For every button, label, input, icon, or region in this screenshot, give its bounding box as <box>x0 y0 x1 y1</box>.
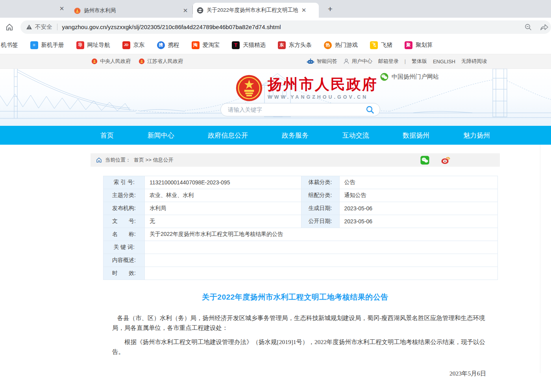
bookmark-item[interactable]: ≡新机手册 <box>30 41 64 49</box>
meta-label: 名 称: <box>104 228 145 241</box>
gov-link-label: 用户中心 <box>352 58 372 65</box>
bookmarks-bar: 机书签 ≡新机手册 导网址导航 JD京东 携携程 淘爱淘宝 T天猫精选 东东方头… <box>0 36 551 54</box>
article-paragraph: 根据《扬州市水利工程文明工地建设管理办法》（扬水规[2019]1号），2022年… <box>112 337 486 357</box>
url-text[interactable]: yangzhou.gov.cn/yzszxxgk/slj/202305/210c… <box>62 24 521 30</box>
nav-item-services[interactable]: 政务服务 <box>282 131 309 140</box>
meta-value: 11321000014407098E-2023-095 <box>144 176 301 189</box>
toutiao-icon: 东 <box>278 41 286 49</box>
tab-close-icon[interactable]: ✕ <box>300 7 307 14</box>
tab-yangzhou-water-bureau[interactable]: 扬州市水利局 ✕ <box>70 4 193 18</box>
bookmark-item[interactable]: 淘爱淘宝 <box>192 41 220 49</box>
portal-tag[interactable]: 中国扬州门户网站 <box>380 73 439 81</box>
national-emblem-favicon <box>74 7 81 14</box>
gov-link-label: 无障碍阅读 <box>461 58 487 65</box>
meta-value <box>144 241 497 254</box>
new-tab-button[interactable]: + <box>325 4 335 14</box>
site-header-banner: 扬州市人民政府 WWW.YANGZHOU.GOV.CN 中国扬州门户网站 <box>0 69 551 126</box>
nav-site-icon: 导 <box>76 41 84 49</box>
jd-icon: JD <box>122 41 130 49</box>
table-row: 关 键 词: <box>104 241 498 254</box>
share-icon[interactable] <box>540 23 549 31</box>
meta-label: 生成日期: <box>301 202 339 215</box>
browser-toolbar: 不安全 yangzhou.gov.cn/yzszxxgk/slj/202305/… <box>0 18 551 36</box>
tab-active-announcement[interactable]: 关于2022年度扬州市水利工程文明工地考核结果的公告 ✕ <box>193 3 319 18</box>
bookmark-item[interactable]: 东东方头条 <box>278 41 312 49</box>
english-link[interactable]: ENGLISH <box>433 59 455 64</box>
home-icon[interactable] <box>5 22 14 32</box>
national-emblem-icon <box>91 58 98 64</box>
article-paragraph: 各县（市、区）水利（务）局，扬州经济开发区城乡事务管理局，生态科技新城规划建设局… <box>112 313 486 333</box>
ctrip-icon: 携 <box>157 41 165 49</box>
wechat-icon <box>380 73 388 81</box>
mail-login-link[interactable]: 邮箱登录 <box>378 58 399 65</box>
bookmark-item[interactable]: 导网址导航 <box>76 41 110 49</box>
bookmark-label: 聚划算 <box>416 41 433 49</box>
bookmark-item[interactable]: 聚聚划算 <box>405 41 433 49</box>
meta-value <box>144 267 497 280</box>
tab-close-icon[interactable]: ✕ <box>58 5 65 12</box>
bookmark-item[interactable]: 机书签 <box>1 41 18 49</box>
breadcrumb: 当前位置： 首页 >> 信息公开 <box>91 153 500 167</box>
meta-label: 发布机构: <box>104 202 145 215</box>
bookmark-item[interactable]: 飞飞猪 <box>370 41 392 49</box>
breadcrumb-home-icon[interactable] <box>96 157 102 163</box>
divider: | <box>405 59 406 64</box>
search-input[interactable] <box>228 107 365 113</box>
site-favicon <box>197 7 203 14</box>
document-meta-table: 索 引 号: 11321000014407098E-2023-095 体裁分类:… <box>103 176 498 280</box>
nav-item-home[interactable]: 首页 <box>100 131 114 140</box>
nav-item-info-disclosure[interactable]: 政府信息公开 <box>208 131 248 140</box>
central-gov-link[interactable]: 中央人民政府 <box>91 58 131 65</box>
bookmark-label: 东方头条 <box>289 41 312 49</box>
meta-label: 内容概述: <box>104 254 145 267</box>
security-label: 不安全 <box>35 23 52 31</box>
table-row: 主题分类: 农业、林业、水利 组配分类: 通知公告 <box>104 189 498 202</box>
accessibility-link[interactable]: 无障碍阅读 <box>461 58 487 65</box>
table-row: 发布机构: 水利局 生成日期: 2023-05-06 <box>104 202 498 215</box>
bookmark-label: 京东 <box>133 41 145 49</box>
bookmark-label: 新机手册 <box>41 41 64 49</box>
tmall-icon: T <box>232 41 240 49</box>
nav-item-interaction[interactable]: 互动交流 <box>342 131 369 140</box>
browser-tab-bar: ✕ 扬州市水利局 ✕ 关于2022年度扬州市水利工程文明工地考核结果的公告 ✕ … <box>0 0 551 18</box>
tab-close-icon[interactable]: ✕ <box>182 7 189 14</box>
table-row: 名 称: 关于2022年度扬州市水利工程文明工地考核结果的公告 <box>104 228 498 241</box>
address-bar[interactable]: 不安全 yangzhou.gov.cn/yzszxxgk/slj/202305/… <box>20 20 551 34</box>
user-icon <box>343 58 349 64</box>
gov-link-label: 邮箱登录 <box>378 58 399 65</box>
fliggy-icon: 飞 <box>370 41 378 49</box>
bookmark-item[interactable]: T天猫精选 <box>232 41 266 49</box>
tab-title: 关于2022年度扬州市水利工程文明工地考核结果的公告 <box>207 7 298 14</box>
gov-link-label: 智能问答 <box>317 58 337 65</box>
meta-value: 水利局 <box>144 202 301 215</box>
nav-item-news[interactable]: 新闻中心 <box>148 131 174 140</box>
bookmark-item[interactable]: JD京东 <box>122 41 145 49</box>
gov-link-label: ENGLISH <box>433 59 455 64</box>
security-chip[interactable]: 不安全 <box>26 23 52 31</box>
traditional-chinese-link[interactable]: 繁体版 <box>412 58 427 65</box>
meta-value <box>144 254 497 267</box>
nav-item-data[interactable]: 数据扬州 <box>403 131 429 140</box>
meta-label: 公开日期: <box>301 215 339 228</box>
meta-label: 文 号: <box>104 215 145 228</box>
zoom-out-icon[interactable] <box>524 23 532 31</box>
meta-label: 时 效: <box>104 267 145 280</box>
wechat-share-icon[interactable] <box>420 156 429 165</box>
bookmark-label: 飞猪 <box>381 41 392 49</box>
games-icon: 热 <box>324 41 332 49</box>
site-logo[interactable]: 扬州市人民政府 WWW.YANGZHOU.GOV.CN <box>235 74 378 102</box>
bookmark-item[interactable]: 热热门游戏 <box>324 41 358 49</box>
search-icon[interactable] <box>365 105 375 114</box>
national-emblem-logo <box>235 74 263 102</box>
jiangsu-gov-link[interactable]: 江苏省人民政府 <box>139 58 183 65</box>
nav-item-charm[interactable]: 魅力扬州 <box>463 131 490 140</box>
breadcrumb-path[interactable]: 首页 >> 信息公开 <box>134 156 173 164</box>
smart-qa-link[interactable]: 智能问答 <box>307 58 337 65</box>
bookmark-item[interactable]: 携携程 <box>157 41 179 49</box>
bookmark-label: 携程 <box>168 41 179 49</box>
bookmark-label: 天猫精选 <box>243 41 266 49</box>
user-center-link[interactable]: 用户中心 <box>343 58 372 65</box>
breadcrumb-prefix: 当前位置： <box>105 156 131 164</box>
weibo-share-icon[interactable] <box>441 156 450 165</box>
site-title: 扬州市人民政府 <box>268 76 378 93</box>
